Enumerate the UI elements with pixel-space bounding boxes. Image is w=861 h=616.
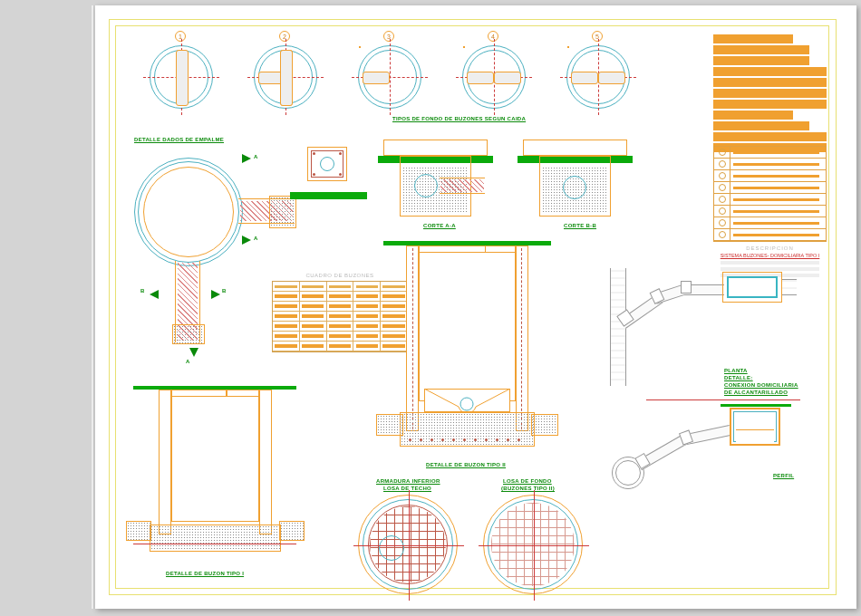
fondo-number-1: 1	[175, 31, 186, 42]
drawing-page: 12345 TIPOS DE FONDO DE BUZONES SEGUN CA…	[95, 5, 856, 609]
legend-row	[714, 194, 826, 206]
cuadro-buzones-table: CUADRO DE BUZONES	[272, 273, 408, 352]
titleblock-bar	[713, 34, 793, 43]
svg-point-0	[460, 398, 473, 410]
rebar-dot	[518, 438, 520, 441]
legend-table	[713, 146, 827, 242]
legend-row	[714, 159, 826, 170]
conexion-planta	[603, 268, 798, 386]
losa-fondo-plan	[483, 495, 583, 594]
table-row	[273, 332, 407, 342]
label-arm-inf: ARMADURA INFERIOR	[376, 478, 440, 484]
fondo-number-5: 5	[592, 31, 603, 42]
rebar-dot	[441, 438, 444, 441]
label-arm-inf2: LOSA DE TECHO	[383, 486, 431, 491]
label-conex-1: PLANTA	[724, 368, 748, 373]
section-a-label-3: A	[186, 359, 190, 364]
label-dados: DETALLE DADOS DE EMPALME	[134, 137, 224, 142]
section-b-label-2: B	[222, 288, 227, 294]
titleblock-bar	[713, 111, 793, 120]
label-tipos-fondo: TIPOS DE FONDO DE BUZONES SEGUN CAIDA	[392, 116, 526, 121]
rebar-dot	[420, 438, 422, 441]
title-block	[713, 34, 827, 154]
description-heading: DESCRIPCION	[713, 245, 827, 251]
titleblock-bar	[713, 78, 827, 87]
fondo-circle-1	[150, 45, 213, 109]
label-fondo-plan2: (BUZONES TIPO II)	[501, 486, 555, 491]
fondo-number-3: 3	[383, 31, 394, 42]
legend-row	[714, 229, 826, 241]
corte-b-drawing	[523, 140, 627, 217]
label-perfil: PERFIL	[773, 473, 794, 478]
table-row	[273, 312, 407, 322]
table-row	[273, 322, 407, 332]
label-tipo1: DETALLE DE BUZON TIPO I	[166, 571, 244, 576]
legend-row	[714, 182, 826, 194]
section-b-label-1: B	[140, 288, 145, 294]
legend-row	[714, 217, 826, 229]
dim-line-1	[133, 544, 296, 544]
dados-pipe-right	[238, 198, 295, 224]
dim-line-perfil	[646, 399, 800, 400]
rebar-dot	[496, 438, 498, 441]
cuadro-title: CUADRO DE BUZONES	[272, 273, 408, 278]
label-corte-a: CORTE A-A	[423, 223, 456, 228]
table-row	[273, 292, 407, 302]
dados-pipe-down	[175, 261, 200, 342]
ground-strip-1	[290, 192, 367, 199]
buzon-tipo-2-section	[392, 241, 542, 454]
rebar-dot	[463, 438, 466, 441]
rebar-dot	[409, 438, 411, 441]
conexion-perfil	[612, 404, 802, 495]
label-fondo-plan: LOSA DE FONDO	[503, 478, 552, 484]
legend-row	[714, 147, 826, 159]
section-a-label-2: A	[254, 236, 258, 241]
legend-row	[714, 206, 826, 217]
rebar-dot	[485, 438, 488, 441]
table-row	[273, 302, 407, 312]
fondo-circle-4	[462, 45, 526, 109]
titleblock-bar	[713, 121, 809, 130]
description-line: SISTEMA BUZONES- DOMICILIARIA TIPO I	[713, 253, 827, 258]
rebar-dot	[507, 438, 509, 441]
fondo-number-2: 2	[279, 31, 290, 42]
titleblock-bar	[713, 100, 827, 109]
titleblock-bar	[713, 132, 827, 141]
corte-a-drawing	[383, 140, 488, 217]
fondo-circle-3	[358, 45, 421, 109]
fondo-circle-2	[254, 45, 317, 109]
rebar-square-detail	[302, 141, 353, 187]
losa-techo-plan	[358, 495, 458, 594]
table-row	[273, 342, 407, 351]
dados-plan-ring	[134, 158, 243, 266]
rebar-dot	[452, 438, 455, 441]
buzon-tipo-1-section	[140, 386, 290, 563]
titleblock-bar	[713, 56, 809, 65]
rebar-dot	[474, 438, 477, 441]
label-corte-b: CORTE B-B	[564, 223, 596, 228]
label-conex-2: DETALLE:	[724, 375, 753, 380]
rebar-dot	[430, 438, 433, 441]
legend-row	[714, 170, 826, 182]
titleblock-bar	[713, 67, 827, 76]
fondo-circle-5	[566, 45, 630, 109]
section-a-label-1: A	[254, 154, 258, 159]
titleblock-bar	[713, 45, 809, 54]
label-tipo2: DETALLE DE BUZON TIPO II	[426, 462, 506, 467]
fondo-number-4: 4	[488, 31, 498, 42]
left-scrollbar[interactable]	[92, 5, 94, 609]
label-conex-4: DE ALCANTARILLADO	[724, 390, 788, 395]
label-conex-3: CONEXION DOMICILIARIA	[724, 382, 798, 388]
titleblock-bar	[713, 89, 827, 98]
